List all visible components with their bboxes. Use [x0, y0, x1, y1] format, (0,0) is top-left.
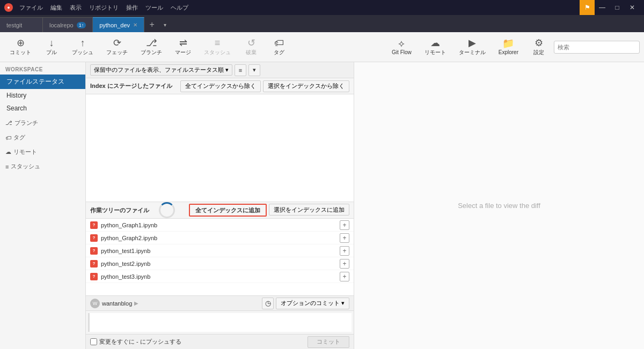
commit-message-input[interactable]	[88, 313, 352, 332]
history-label: History	[6, 92, 26, 99]
sidebar-section-tag[interactable]: 🏷 タグ	[0, 129, 85, 144]
file-name-0: python_Graph1.ipynb	[101, 222, 336, 228]
terminal-button[interactable]: ▶ ターミナル	[453, 34, 491, 60]
localrepo-badge: 1↑	[77, 22, 86, 28]
tab-add-button[interactable]: +	[144, 17, 159, 32]
menu-file[interactable]: ファイル	[16, 3, 46, 13]
staged-actions: 全てインデックスから除く 選択をインデックスから除く	[180, 80, 349, 92]
gitflow-icon: ⟡	[398, 39, 405, 48]
list-view-button[interactable]: ≡	[235, 64, 246, 76]
discard-button[interactable]: ↺ 破棄	[238, 34, 264, 60]
remove-all-from-index-button[interactable]: 全てインデックスから除く	[180, 80, 261, 92]
loading-indicator	[157, 202, 175, 218]
push-checkbox-input[interactable]	[90, 338, 97, 345]
close-button[interactable]: ✕	[625, 0, 640, 15]
file-stage-button-4[interactable]: +	[340, 272, 349, 281]
sidebar: WORKSPACE ファイルステータス History Search ⎇ ブラン…	[0, 62, 86, 349]
list-item[interactable]: ? python_test2.ipynb +	[86, 257, 354, 270]
tab-close-python-dev[interactable]: ✕	[133, 22, 137, 28]
gitflow-button[interactable]: ⟡ Git Flow	[386, 34, 417, 60]
tab-localrepo[interactable]: localrepo 1↑	[43, 17, 93, 32]
commit-button[interactable]: ⊕ コミット	[4, 34, 36, 60]
menu-repo[interactable]: リポジトリ	[86, 3, 122, 13]
minimize-button[interactable]: —	[595, 0, 610, 15]
list-item[interactable]: ? python_test1.ipynb +	[86, 244, 354, 257]
file-name-1: python_Graph2.ipynb	[101, 235, 336, 241]
sidebar-section-branch[interactable]: ⎇ ブランチ	[0, 115, 85, 129]
commit-user: wantanblog	[102, 300, 132, 307]
titlebar-menu: ファイル 編集 表示 リポジトリ 操作 ツール ヘルプ	[16, 3, 192, 13]
branch-button[interactable]: ⎇ ブランチ	[135, 34, 167, 60]
settings-icon: ⚙	[535, 38, 543, 48]
remove-selected-from-index-button[interactable]: 選択をインデックスから除く	[263, 80, 349, 92]
maximize-button[interactable]: □	[610, 0, 625, 15]
file-stage-button-1[interactable]: +	[340, 233, 349, 243]
list-item[interactable]: ? python_Graph1.ipynb +	[86, 219, 354, 232]
explorer-icon: 📁	[502, 39, 514, 48]
tag-label: タグ	[274, 49, 284, 56]
commit-options-chevron: ▾	[341, 300, 345, 307]
stash-button[interactable]: ≡ スタッシュ	[199, 34, 236, 60]
menu-help[interactable]: ヘルプ	[167, 3, 192, 13]
commit-button-main[interactable]: コミット	[308, 336, 349, 348]
push-button[interactable]: ↑ プッシュ	[67, 34, 99, 60]
pull-button[interactable]: ↓ プル	[39, 34, 64, 60]
commit-options-button[interactable]: オプションのコミット ▾	[276, 298, 349, 309]
search-input[interactable]	[554, 41, 640, 54]
stash-section-icon: ≡	[5, 164, 9, 170]
diff-placeholder-text: Select a file to view the diff	[458, 202, 540, 210]
commit-footer: 変更をすぐに - にプッシュする コミット	[86, 334, 354, 349]
menu-ops[interactable]: 操作	[123, 3, 141, 13]
search-label: Search	[6, 105, 27, 112]
grid-view-button[interactable]: ▾	[248, 64, 260, 76]
add-selected-to-index-button[interactable]: 選択をインデックスに追加	[269, 204, 349, 216]
file-stage-button-0[interactable]: +	[340, 220, 349, 230]
commit-label: コミット	[10, 49, 31, 56]
add-all-to-index-button[interactable]: 全てインデックスに追加	[189, 204, 267, 217]
list-item[interactable]: ? python_test3.ipynb +	[86, 270, 354, 283]
menu-tools[interactable]: ツール	[142, 3, 166, 13]
settings-button[interactable]: ⚙ 設定	[526, 34, 552, 60]
sidebar-item-file-status[interactable]: ファイルステータス	[0, 75, 85, 89]
working-tree-header: 作業ツリーのファイル 全てインデックスに追加 選択をインデックスに追加	[86, 202, 354, 219]
discard-icon: ↺	[247, 38, 255, 48]
avatar: W	[90, 299, 100, 308]
tag-button[interactable]: 🏷 タグ	[266, 34, 292, 60]
diff-panel: Select a file to view the diff	[354, 62, 644, 349]
sidebar-section-remote[interactable]: ☁ リモート	[0, 144, 85, 158]
tab-dropdown-arrow[interactable]: ▾	[159, 17, 170, 32]
merge-button[interactable]: ⇌ マージ	[170, 34, 196, 60]
tag-section-label: タグ	[13, 133, 25, 142]
file-name-3: python_test2.ipynb	[101, 261, 336, 267]
tab-testgit[interactable]: testgit	[0, 17, 43, 32]
spinner-icon	[159, 202, 175, 218]
merge-label: マージ	[175, 49, 191, 56]
push-icon: ↑	[80, 38, 85, 48]
commit-area: W wantanblog ▶ ◷ オプションのコミット ▾	[86, 295, 354, 349]
tag-section-icon: 🏷	[5, 135, 11, 141]
stash-label: スタッシュ	[204, 49, 231, 56]
file-filter-dropdown[interactable]: 保留中のファイルを表示、ファイルステータス順 ▾	[90, 64, 232, 76]
pull-icon: ↓	[49, 38, 54, 48]
file-stage-button-2[interactable]: +	[340, 246, 349, 256]
menu-edit[interactable]: 編集	[47, 3, 65, 13]
explorer-button[interactable]: 📁 Explorer	[493, 34, 524, 60]
commit-history-icon[interactable]: ◷	[262, 298, 274, 309]
tab-python-dev[interactable]: python_dev ✕	[93, 17, 144, 32]
file-stage-button-3[interactable]: +	[340, 259, 349, 269]
staged-section-header: Index にステージしたファイル 全てインデックスから除く 選択をインデックス…	[86, 78, 354, 94]
sidebar-section-stash[interactable]: ≡ スタッシュ	[0, 158, 85, 173]
explorer-label: Explorer	[499, 49, 518, 55]
merge-icon: ⇌	[179, 38, 187, 48]
list-item[interactable]: ? python_Graph2.ipynb +	[86, 232, 354, 244]
menu-view[interactable]: 表示	[67, 3, 85, 13]
tab-testgit-label: testgit	[6, 22, 22, 28]
remote-button[interactable]: ☁ リモート	[419, 34, 451, 60]
pull-label: プル	[46, 49, 57, 56]
commit-icon: ⊕	[17, 38, 25, 48]
sidebar-item-search[interactable]: Search	[0, 102, 85, 115]
staged-files-list	[86, 94, 354, 202]
fetch-button[interactable]: ⟳ フェッチ	[101, 34, 133, 60]
push-after-commit-checkbox[interactable]: 変更をすぐに - にプッシュする	[90, 338, 181, 346]
sidebar-item-history[interactable]: History	[0, 89, 85, 102]
